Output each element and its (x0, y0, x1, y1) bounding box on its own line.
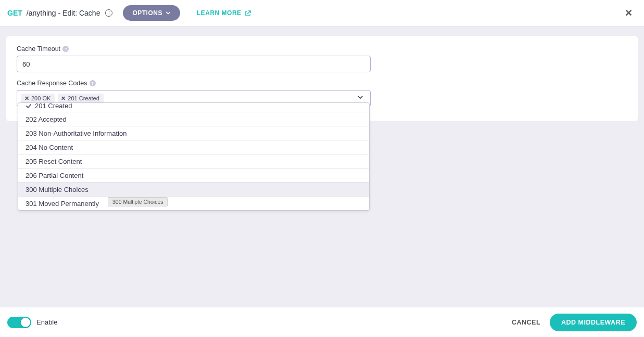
chip-remove-icon[interactable]: ✕ (24, 95, 29, 102)
chevron-down-icon (357, 94, 364, 101)
help-icon[interactable]: ? (62, 46, 69, 52)
learn-more-label: LEARN MORE (197, 9, 242, 17)
learn-more-link[interactable]: LEARN MORE (197, 9, 251, 17)
option-label: 202 Accepted (26, 115, 67, 123)
http-method: GET (7, 9, 22, 17)
cache-timeout-label: Cache Timeout ? (17, 45, 627, 53)
cache-response-codes-label-text: Cache Response Codes (17, 80, 87, 87)
cancel-button[interactable]: CANCEL (502, 314, 550, 331)
chip-201-created: ✕ 201 Created (58, 94, 104, 103)
option-202-accepted[interactable]: 202 Accepted (18, 112, 369, 126)
dropdown-caret[interactable] (357, 94, 364, 103)
chip-label: 201 Created (68, 95, 99, 101)
hover-tooltip: 300 Multiple Choices (108, 197, 168, 206)
toggle-knob (21, 318, 30, 327)
external-link-icon (245, 10, 251, 17)
chip-label: 200 OK (31, 95, 50, 101)
enable-toggle[interactable] (7, 317, 31, 328)
page-title: /anything - Edit: Cache (27, 9, 100, 17)
option-205-reset-content[interactable]: 205 Reset Content (18, 154, 369, 168)
option-201-created[interactable]: 201 Created (18, 103, 369, 112)
add-middleware-button[interactable]: ADD MIDDLEWARE (550, 314, 637, 331)
close-button[interactable]: ✕ (621, 5, 637, 21)
header-bar: GET /anything - Edit: Cache i OPTIONS LE… (0, 0, 644, 27)
cache-timeout-input[interactable] (17, 56, 371, 72)
chevron-down-icon (166, 10, 171, 16)
cache-timeout-label-text: Cache Timeout (17, 45, 60, 53)
cache-response-codes-label: Cache Response Codes ? (17, 80, 627, 87)
enable-label: Enable (36, 318, 57, 326)
option-301-moved-permanently[interactable]: 301 Moved Permanently (18, 196, 369, 210)
option-206-partial-content[interactable]: 206 Partial Content (18, 168, 369, 182)
option-label: 204 No Content (26, 144, 73, 151)
option-label: 205 Reset Content (26, 158, 82, 165)
chip-remove-icon[interactable]: ✕ (61, 95, 66, 102)
help-icon[interactable]: ? (90, 80, 96, 86)
option-label: 301 Moved Permanently (26, 200, 99, 208)
option-label: 300 Multiple Choices (26, 186, 89, 193)
option-300-multiple-choices[interactable]: 300 Multiple Choices (18, 182, 369, 196)
option-label: 203 Non-Authoritative Information (26, 129, 127, 137)
options-button[interactable]: OPTIONS (123, 5, 180, 21)
option-204-no-content[interactable]: 204 No Content (18, 140, 369, 154)
option-203-nai[interactable]: 203 Non-Authoritative Information (18, 126, 369, 140)
check-icon (26, 103, 32, 109)
options-label: OPTIONS (132, 9, 162, 17)
footer-bar: Enable CANCEL ADD MIDDLEWARE (0, 307, 644, 337)
info-icon[interactable]: i (105, 9, 112, 17)
response-codes-dropdown: 201 Created 202 Accepted 203 Non-Authori… (18, 102, 370, 211)
option-label: 201 Created (35, 103, 72, 110)
option-label: 206 Partial Content (26, 172, 83, 179)
chip-200-ok: ✕ 200 OK (21, 94, 55, 103)
